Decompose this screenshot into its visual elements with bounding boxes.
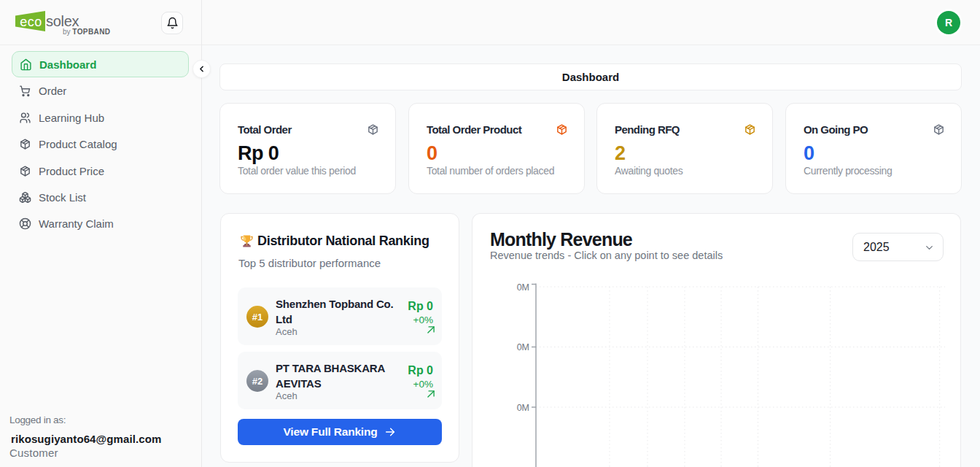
svg-text:0M: 0M [517,342,529,352]
svg-text:0M: 0M [517,403,529,413]
svg-text:0M: 0M [517,282,529,293]
